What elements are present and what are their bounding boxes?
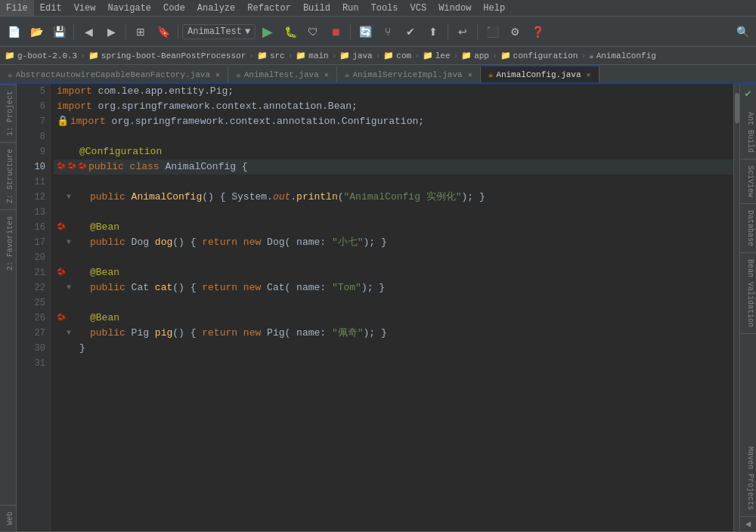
breadcrumb-lee[interactable]: 📁 lee [423, 51, 451, 60]
sidebar-tab-project[interactable]: 1: Project [0, 84, 16, 142]
terminal-button[interactable]: ⬛ [482, 21, 503, 42]
breadcrumb-java[interactable]: 📁 java [339, 51, 372, 60]
menu-analyze[interactable]: Analyze [191, 0, 241, 16]
new-file-button[interactable]: 📄 [3, 21, 24, 42]
tab-close-3[interactable]: ✕ [468, 70, 472, 79]
separator-4 [350, 24, 351, 39]
folder-icon-4: 📁 [296, 51, 306, 60]
folder-icon: 📁 [5, 51, 15, 60]
menu-edit[interactable]: Edit [34, 0, 68, 16]
vcs-button[interactable]: ⑂ [377, 21, 398, 42]
breadcrumb-src[interactable]: 📁 src [257, 51, 285, 60]
update-button[interactable]: 🔄 [355, 21, 376, 42]
breadcrumb-file[interactable]: ☕ AnimalConfig [589, 51, 656, 60]
run-with-coverage-button[interactable]: 🛡 [302, 21, 324, 42]
tab-close-2[interactable]: ✕ [324, 70, 329, 79]
right-tab-bean-validation[interactable]: Bean Validation [740, 253, 756, 334]
settings-button[interactable]: ⚙ [504, 21, 525, 42]
menu-build[interactable]: Build [297, 0, 336, 16]
right-tab-ant-build[interactable]: Ant Build [740, 106, 756, 159]
undo-button[interactable]: ↩ [452, 21, 473, 42]
code-editor[interactable]: import com.lee.app.entity.Pig; import or… [51, 84, 733, 531]
sidebar-tab-favorites[interactable]: 2: Favorites [0, 209, 16, 277]
tab-animal-config[interactable]: ☕ AnimalConfig.java ✕ [481, 65, 600, 82]
folder-icon-3: 📁 [257, 51, 268, 60]
menu-tools[interactable]: Tools [365, 0, 404, 16]
run-button[interactable]: ▶ [257, 21, 278, 42]
editor-container: 5 6 7 8 9 10 11 12 13 16 17 20 21 22 25 … [17, 84, 739, 531]
push-button[interactable]: ⬆ [423, 21, 444, 42]
sidebar-toggle-icon[interactable]: ◀ [744, 517, 752, 531]
separator-6 [477, 24, 478, 39]
menubar: File Edit View Navigate Code Analyze Ref… [0, 0, 756, 17]
sidebar-tab-web[interactable]: Web [0, 505, 16, 531]
code-line-22: ▼ public Cat cat() { return new Cat( nam… [54, 280, 733, 295]
code-line-6: import org.springframework.context.annot… [54, 99, 733, 114]
menu-refactor[interactable]: Refactor [241, 0, 297, 16]
right-sidebar: ✔ Ant Build SciView Database Bean Valida… [739, 84, 756, 531]
menu-file[interactable]: File [0, 0, 34, 16]
bookmark-button[interactable]: 🔖 [153, 21, 174, 42]
line-numbers: 5 6 7 8 9 10 11 12 13 16 17 20 21 22 25 … [17, 84, 51, 531]
code-line-13 [54, 205, 733, 220]
tabs-bar: ☕ AbstractAutowireCapableBeanFactory.jav… [0, 65, 756, 84]
code-line-17: ▼ public Dog dog() { return new Dog( nam… [54, 235, 733, 250]
tab-close-4[interactable]: ✕ [587, 70, 591, 79]
structure-button[interactable]: ⊞ [130, 21, 151, 42]
java-file-icon: ☕ [589, 51, 594, 60]
breadcrumb-project[interactable]: 📁 g-boot-2.0.3 [5, 51, 77, 60]
right-tab-maven[interactable]: Maven Projects [740, 441, 756, 517]
separator-5 [448, 24, 448, 39]
collapse-btn-27[interactable]: ▼ [64, 329, 73, 338]
menu-run[interactable]: Run [336, 0, 365, 16]
menu-vcs[interactable]: VCS [404, 0, 433, 16]
menu-view[interactable]: View [68, 0, 102, 16]
debug-button[interactable]: 🐛 [280, 21, 301, 42]
breadcrumb-main[interactable]: 📁 main [296, 51, 328, 60]
right-tab-sciview[interactable]: SciView [740, 159, 756, 204]
tab-icon-3: ☕ [345, 70, 350, 79]
code-line-27: ▼ public Pig pig() { return new Pig( nam… [54, 326, 733, 341]
commit-button[interactable]: ✔ [400, 21, 421, 42]
tab-animal-service-impl[interactable]: ☕ AnimalServiceImpl.java ✕ [337, 66, 481, 82]
collapse-btn-22[interactable]: ▼ [64, 283, 73, 292]
run-config-dropdown-icon: ▼ [245, 26, 250, 37]
code-line-31 [54, 356, 733, 371]
collapse-btn-12[interactable]: ▼ [64, 193, 73, 202]
save-button[interactable]: 💾 [48, 21, 70, 42]
tab-close-1[interactable]: ✕ [215, 70, 220, 79]
right-tab-database[interactable]: Database [740, 204, 756, 253]
folder-icon-6: 📁 [383, 51, 394, 60]
tab-animal-test[interactable]: ☕ AnimalTest.java ✕ [228, 66, 337, 82]
tab-icon-1: ☕ [8, 70, 13, 79]
menu-window[interactable]: Window [432, 0, 477, 16]
back-button[interactable]: ◀ [78, 21, 99, 42]
help-icon-button[interactable]: ❓ [527, 21, 548, 42]
stop-button[interactable]: ⏹ [325, 21, 346, 42]
main-layout: 1: Project Z: Structure 2: Favorites Web… [0, 84, 756, 531]
menu-code[interactable]: Code [157, 0, 191, 16]
folder-icon-8: 📁 [461, 51, 472, 60]
breadcrumb-module[interactable]: 📁 spring-boot-BeanPostProcessor [88, 51, 246, 60]
editor-scrollbar[interactable] [733, 84, 739, 531]
run-config-selector[interactable]: AnimalTest ▼ [182, 24, 256, 39]
open-button[interactable]: 📂 [26, 21, 47, 42]
menu-help[interactable]: Help [477, 0, 511, 16]
collapse-btn-17[interactable]: ▼ [64, 238, 73, 247]
code-line-12: ▼ public AnimalConfig() { System.out.pri… [54, 190, 733, 205]
menu-navigate[interactable]: Navigate [101, 0, 157, 16]
code-line-11 [54, 175, 733, 190]
code-line-21: 🫘 @Bean [54, 265, 733, 280]
search-everywhere-button[interactable]: 🔍 [732, 21, 753, 42]
breadcrumb-com[interactable]: 📁 com [383, 51, 411, 60]
breadcrumb-app[interactable]: 📁 app [461, 51, 489, 60]
build-status-icon: ✔ [742, 84, 754, 103]
sidebar-tab-structure[interactable]: Z: Structure [0, 142, 16, 209]
code-line-7: 🔒 import org.springframework.context.ann… [54, 114, 733, 129]
forward-button[interactable]: ▶ [101, 21, 122, 42]
tab-abstract-factory[interactable]: ☕ AbstractAutowireCapableBeanFactory.jav… [0, 66, 228, 82]
breadcrumb-configuration[interactable]: 📁 configuration [500, 51, 578, 60]
separator-3 [178, 24, 178, 39]
breadcrumb: 📁 g-boot-2.0.3 › 📁 spring-boot-BeanPostP… [0, 47, 756, 65]
tab-icon-4: ☕ [488, 70, 494, 79]
